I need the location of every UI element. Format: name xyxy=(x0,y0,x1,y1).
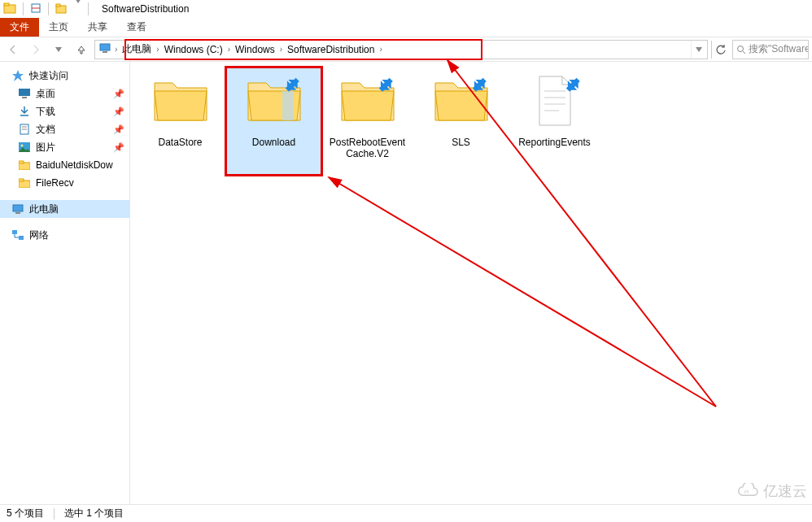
sidebar-label: 快速访问 xyxy=(29,69,68,83)
up-button[interactable] xyxy=(72,40,91,59)
address-dropdown[interactable] xyxy=(691,41,705,59)
search-placeholder: 搜索"SoftwareD xyxy=(749,42,809,56)
folder-item[interactable]: PostRebootEventCache.V2 xyxy=(321,68,414,174)
folder-item[interactable]: DataStore xyxy=(133,68,227,174)
sidebar-item-label: 图片 xyxy=(36,141,55,154)
file-list: DataStore Download PostRebootEventCache.… xyxy=(133,68,809,174)
crumb-windows[interactable]: Windows xyxy=(232,44,278,55)
ribbon-tabs: 文件 主页 共享 查看 xyxy=(0,18,812,37)
file-icon xyxy=(526,75,584,133)
main-area: 快速访问 桌面📌 下载📌 文档📌 图片📌 BaiduNetdiskDow Fil… xyxy=(0,62,812,504)
sidebar-label: 此电脑 xyxy=(29,202,59,216)
sidebar: 快速访问 桌面📌 下载📌 文档📌 图片📌 BaiduNetdiskDow Fil… xyxy=(0,62,130,504)
pc-icon xyxy=(11,202,24,215)
folder-icon xyxy=(18,176,31,189)
watermark: ys 亿速云 xyxy=(736,481,807,501)
share-overlay-icon xyxy=(378,76,395,94)
search-input[interactable]: 搜索"SoftwareD xyxy=(732,40,809,59)
properties-icon[interactable] xyxy=(30,2,41,16)
search-icon xyxy=(736,45,746,54)
network-icon xyxy=(11,228,24,241)
quick-access-toolbar xyxy=(3,2,90,17)
sidebar-item-desktop[interactable]: 桌面📌 xyxy=(0,85,129,102)
svg-text:ys: ys xyxy=(744,489,749,494)
chevron-right-icon[interactable]: › xyxy=(226,45,232,54)
back-button[interactable] xyxy=(3,40,23,59)
document-icon xyxy=(18,123,31,136)
folder-icon xyxy=(151,75,210,133)
sidebar-network[interactable]: 网络 xyxy=(0,226,129,244)
recent-dropdown[interactable] xyxy=(49,40,68,59)
svg-rect-24 xyxy=(19,236,24,240)
star-icon xyxy=(11,69,24,82)
file-label: Download xyxy=(252,137,295,148)
folder-icon xyxy=(3,2,16,17)
folder-item[interactable]: SLS xyxy=(414,68,508,174)
crumb-pc[interactable]: 此电脑 xyxy=(119,42,155,56)
svg-rect-1 xyxy=(4,3,9,6)
share-overlay-icon xyxy=(565,76,583,94)
svg-rect-18 xyxy=(19,161,24,163)
svg-rect-22 xyxy=(15,212,20,214)
content-pane[interactable]: DataStore Download PostRebootEventCache.… xyxy=(130,62,812,504)
file-label: ReportingEvents xyxy=(518,137,591,148)
folder-icon xyxy=(245,75,303,133)
pc-icon xyxy=(98,42,111,56)
divider xyxy=(48,2,49,15)
pin-icon: 📌 xyxy=(113,89,124,99)
address-bar[interactable]: › 此电脑 › Windows (C:) › Windows › Softwar… xyxy=(94,40,708,59)
svg-rect-6 xyxy=(100,44,110,50)
sidebar-quick-access[interactable]: 快速访问 xyxy=(0,67,129,85)
folder-icon xyxy=(432,75,491,133)
title-bar: SoftwareDistribution xyxy=(0,0,812,18)
tab-home[interactable]: 主页 xyxy=(39,18,78,37)
crumb-sd[interactable]: SoftwareDistribution xyxy=(284,44,378,55)
sidebar-item-filerecv[interactable]: FileRecv xyxy=(0,174,129,192)
qat-dropdown-icon[interactable] xyxy=(75,3,81,15)
sidebar-item-documents[interactable]: 文档📌 xyxy=(0,120,129,138)
sidebar-item-label: BaiduNetdiskDow xyxy=(36,159,113,171)
tab-view[interactable]: 查看 xyxy=(117,18,156,37)
chevron-right-icon[interactable]: › xyxy=(378,45,383,54)
chevron-right-icon[interactable]: › xyxy=(113,45,119,54)
sidebar-this-pc[interactable]: 此电脑 xyxy=(0,200,129,218)
chevron-right-icon[interactable]: › xyxy=(155,45,160,54)
folder-icon xyxy=(18,159,31,172)
svg-rect-5 xyxy=(56,4,60,7)
new-folder-icon[interactable] xyxy=(55,2,68,16)
picture-icon xyxy=(18,141,31,154)
svg-rect-25 xyxy=(282,91,294,120)
svg-point-8 xyxy=(738,46,744,51)
svg-rect-23 xyxy=(12,230,17,234)
sidebar-item-pictures[interactable]: 图片📌 xyxy=(0,138,129,156)
folder-item-selected[interactable]: Download xyxy=(227,68,321,174)
sidebar-item-baidu[interactable]: BaiduNetdiskDow xyxy=(0,156,129,174)
svg-rect-10 xyxy=(19,89,30,96)
svg-rect-11 xyxy=(22,97,27,98)
sidebar-item-downloads[interactable]: 下载📌 xyxy=(0,102,129,120)
tab-file[interactable]: 文件 xyxy=(0,18,39,37)
file-label: DataStore xyxy=(158,137,202,148)
tab-share[interactable]: 共享 xyxy=(78,18,117,37)
forward-button[interactable] xyxy=(26,40,46,59)
svg-rect-7 xyxy=(103,51,107,53)
cloud-icon: ys xyxy=(736,483,760,499)
pin-icon: 📌 xyxy=(113,142,124,153)
divider xyxy=(88,2,89,15)
divider xyxy=(23,2,24,15)
sidebar-item-label: FileRecv xyxy=(36,177,74,189)
share-overlay-icon xyxy=(284,76,302,94)
file-item[interactable]: ReportingEvents xyxy=(508,68,601,174)
sidebar-item-label: 桌面 xyxy=(36,87,55,101)
folder-icon xyxy=(338,75,397,133)
crumb-drive[interactable]: Windows (C:) xyxy=(161,44,226,55)
status-bar: 5 个项目 选中 1 个项目 xyxy=(0,504,812,522)
desktop-icon xyxy=(18,87,31,100)
svg-line-9 xyxy=(743,51,745,54)
address-row: › 此电脑 › Windows (C:) › Windows › Softwar… xyxy=(0,37,812,62)
sidebar-item-label: 下载 xyxy=(36,105,55,119)
svg-point-16 xyxy=(21,145,24,147)
refresh-button[interactable] xyxy=(711,41,729,59)
pin-icon: 📌 xyxy=(113,124,124,135)
chevron-right-icon[interactable]: › xyxy=(278,45,284,54)
